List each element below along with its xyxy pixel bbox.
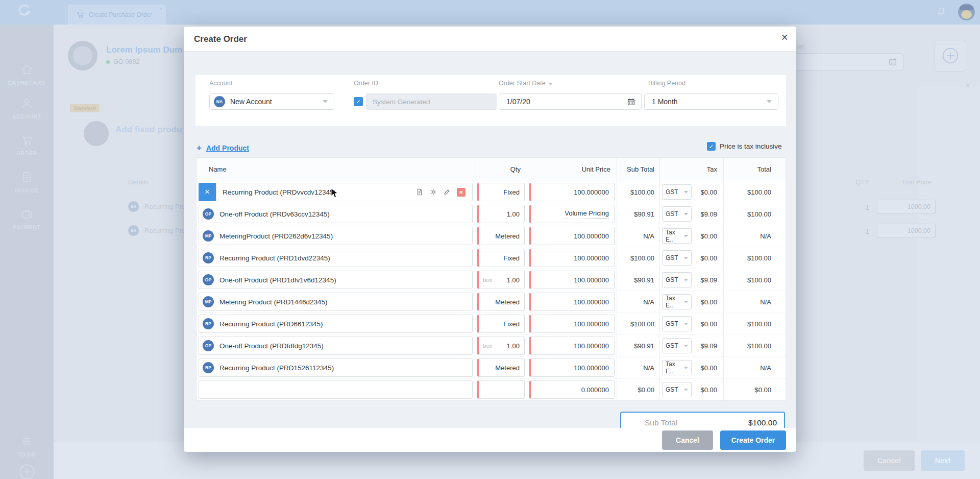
billing-period-select[interactable]: 1 Month — [644, 93, 778, 110]
sub-total-cell: $90.91 — [617, 203, 660, 225]
notifications-bell-icon[interactable] — [936, 6, 947, 17]
unit-price-input[interactable]: 100.000000 — [529, 293, 615, 311]
qty-input[interactable]: 1.00 — [477, 205, 525, 223]
unit-price-input[interactable]: 0.000000 — [529, 380, 615, 399]
unit-price-value: 100.000000 — [574, 188, 609, 196]
product-name-input[interactable]: MPMetering Product (PRD1446d2345) — [199, 293, 473, 311]
deselect-product-button[interactable]: × — [199, 183, 216, 201]
col-total: Total — [724, 158, 787, 181]
tax-cell: GST$0.00 — [660, 313, 724, 334]
sidebar-item-dashboard[interactable]: DASHBOARD — [0, 63, 54, 86]
account-select[interactable]: NA New Account — [209, 93, 334, 110]
subtotal-value: $100.00 — [748, 418, 777, 427]
sidebar-item-account[interactable]: ACCOUNT — [0, 97, 54, 119]
unit-price-input[interactable]: 100.000000 — [529, 227, 615, 245]
sidebar-item-label: ORDER — [16, 150, 37, 156]
product-row: OPOne-off Product (PRDfdfdg12345)box1.00… — [197, 335, 786, 357]
gear-icon[interactable] — [429, 188, 437, 196]
product-row: RPRecurring Product (PRD1dvd22345)Fixed1… — [197, 247, 786, 269]
order-start-date-input[interactable]: 1/07/20 — [499, 93, 642, 110]
order-id-input[interactable]: System Generated — [366, 93, 497, 110]
tab-close-icon[interactable]: × — [159, 6, 163, 12]
avatar-badge: SA — [128, 225, 139, 236]
total-value: N/A — [760, 298, 771, 306]
tax-inclusive-checkbox[interactable]: ✓ — [707, 142, 716, 151]
qty-input[interactable]: Metered — [477, 293, 525, 311]
unit-price-input[interactable]: 100.000000 — [529, 249, 615, 267]
billing-period-label: Billing Period — [648, 80, 685, 87]
tax-cell: GST$0.00 — [660, 247, 724, 269]
qty-input[interactable] — [477, 380, 525, 399]
sidebar-item-order[interactable]: ORDER — [0, 133, 54, 156]
tax-select[interactable]: Tax E.. — [662, 360, 692, 375]
chevron-down-icon — [684, 345, 688, 347]
qty-value: 1.00 — [507, 342, 520, 350]
tax-value: $0.00 — [692, 386, 723, 394]
qty-input[interactable]: Fixed — [477, 249, 525, 267]
unit-price-input[interactable]: 100.000000 — [529, 271, 615, 289]
tax-select[interactable]: GST — [662, 382, 692, 397]
unit-price-input[interactable]: 100.000000 — [529, 183, 615, 201]
tax-select[interactable]: Tax E.. — [662, 228, 692, 244]
sidebar-item-payment[interactable]: PAYMENT — [0, 207, 54, 230]
tax-select[interactable]: GST — [662, 316, 692, 331]
sidebar-item-to-do[interactable]: TO DO — [0, 435, 54, 458]
cancel-button[interactable]: Cancel — [662, 430, 713, 450]
total-cell: N/A — [724, 357, 787, 378]
tax-select[interactable]: GST — [662, 272, 692, 288]
total-cell: $100.00 — [724, 269, 787, 291]
sidebar-item-new[interactable]: NEW — [0, 463, 54, 479]
sidebar-item-invoice[interactable]: INVOICE — [0, 171, 54, 194]
sub-total-cell: $0.00 — [617, 379, 660, 400]
unit-price-input[interactable]: 100.000000 — [529, 337, 615, 355]
product-name-input[interactable]: Recurring Product (PRDvvcdv12345)R — [216, 183, 473, 201]
sub-total-cell: $90.91 — [617, 335, 660, 356]
order-id-checkbox[interactable]: ✓ — [354, 97, 363, 106]
tax-select[interactable]: GST — [662, 206, 692, 222]
qty-value: Metered — [495, 232, 520, 240]
add-product-link[interactable]: + Add Product — [197, 143, 249, 153]
file-icon[interactable] — [415, 188, 424, 196]
qty-input[interactable]: Fixed — [477, 315, 525, 333]
tax-select[interactable]: GST — [662, 250, 692, 266]
calendar-icon[interactable] — [626, 97, 636, 107]
tax-inclusive-label: Price is tax inclusive — [720, 142, 782, 150]
product-name-input[interactable] — [199, 380, 473, 399]
product-name-input[interactable]: RPRecurring Product (PRD1526112345) — [199, 358, 473, 377]
product-name-input[interactable]: RPRecurring Product (PRD1dvd22345) — [199, 249, 473, 267]
product-name-input[interactable]: RPRecurring Product (PRD6612345) — [199, 315, 473, 333]
unit-price-input[interactable]: 100.000000 — [529, 315, 615, 333]
product-name-input[interactable]: MPMeteringProduct (PRD262d6v12345) — [199, 227, 473, 245]
qty-input[interactable]: box1.00 — [477, 337, 525, 355]
product-name-input[interactable]: OPOne-off Product (PRDv63ccv12345) — [199, 205, 473, 223]
product-badge: MP — [203, 296, 214, 307]
product-name-input[interactable]: OPOne-off Product (PRD1dfv1v6d12345) — [199, 271, 473, 289]
tax-select[interactable]: GST — [662, 184, 692, 200]
qty-input[interactable]: Metered — [477, 227, 525, 245]
qty-input[interactable]: box1.00 — [477, 271, 525, 289]
tax-select[interactable]: GST — [662, 338, 692, 353]
product-name-input[interactable]: OPOne-off Product (PRDfdfdg12345) — [199, 337, 473, 355]
modal-close-icon[interactable]: × — [781, 32, 788, 43]
chevron-down-icon — [684, 279, 688, 281]
qty-value: Fixed — [503, 188, 520, 196]
unit-price-value[interactable]: Volume Pricing — [565, 209, 609, 219]
tax-cell: Tax E..$0.00 — [660, 225, 724, 247]
pencil-icon[interactable] — [443, 188, 451, 196]
qty-input[interactable]: Fixed — [477, 183, 525, 201]
tax-value: $9.09 — [692, 210, 723, 218]
create-order-button[interactable]: Create Order — [720, 430, 786, 450]
total-cell: N/A — [724, 225, 787, 247]
unit-price-input[interactable]: Volume Pricing — [529, 205, 615, 223]
home-icon — [20, 63, 34, 76]
tab-create-purchase-order[interactable]: Create Purchase Order × — [68, 5, 166, 25]
user-avatar[interactable] — [958, 4, 975, 20]
order-start-date-label: Order Start Date — [499, 80, 553, 87]
unit-price-cell: 100.000000 — [527, 225, 617, 247]
calendar-icon — [888, 57, 898, 67]
tax-select[interactable]: Tax E.. — [662, 294, 692, 309]
qty-input[interactable]: Metered — [477, 358, 525, 377]
unit-price-cell: Volume Pricing — [527, 203, 617, 225]
unit-price-input[interactable]: 100.000000 — [529, 358, 615, 377]
bg-col-unit-price: Unit Price — [902, 178, 931, 186]
